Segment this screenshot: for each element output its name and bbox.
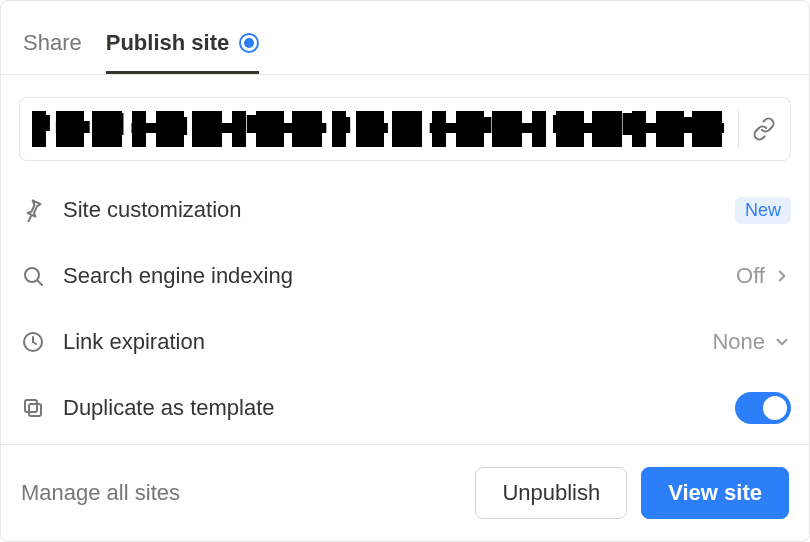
value-text: Off xyxy=(736,263,765,289)
option-site-customization-label: Site customization xyxy=(63,197,719,223)
tab-bar: Share Publish site xyxy=(1,1,809,75)
svg-rect-23 xyxy=(29,404,41,416)
svg-rect-10 xyxy=(396,113,422,135)
option-duplicate-as-template[interactable]: Duplicate as template xyxy=(19,375,791,441)
svg-rect-7 xyxy=(277,123,327,133)
svg-rect-15 xyxy=(583,123,615,133)
svg-rect-1 xyxy=(56,121,90,133)
publish-panel: Share Publish site xyxy=(0,0,810,542)
svg-rect-19 xyxy=(700,123,724,133)
duplicate-template-toggle[interactable] xyxy=(735,392,791,424)
tab-share-label: Share xyxy=(23,30,82,56)
pin-icon xyxy=(19,196,47,224)
svg-rect-9 xyxy=(358,123,388,133)
option-link-expiration[interactable]: Link expiration None xyxy=(19,309,791,375)
link-icon xyxy=(752,117,776,141)
chevron-right-icon xyxy=(773,267,791,285)
svg-rect-0 xyxy=(32,115,50,131)
svg-rect-24 xyxy=(25,400,37,412)
svg-rect-3 xyxy=(131,123,167,133)
svg-rect-6 xyxy=(247,115,269,133)
option-search-engine-indexing[interactable]: Search engine indexing Off xyxy=(19,243,791,309)
svg-rect-17 xyxy=(641,123,667,133)
option-search-engine-indexing-value: Off xyxy=(736,263,791,289)
option-duplicate-as-template-label: Duplicate as template xyxy=(63,395,719,421)
unpublish-button-label: Unpublish xyxy=(502,480,600,506)
clock-icon xyxy=(19,328,47,356)
svg-point-20 xyxy=(25,268,39,282)
manage-all-sites-link[interactable]: Manage all sites xyxy=(21,480,180,506)
svg-rect-13 xyxy=(499,123,545,133)
svg-line-21 xyxy=(38,281,42,285)
svg-rect-18 xyxy=(674,117,692,133)
svg-rect-12 xyxy=(477,117,491,133)
svg-rect-8 xyxy=(334,117,350,133)
option-search-engine-indexing-label: Search engine indexing xyxy=(63,263,720,289)
new-badge: New xyxy=(735,197,791,224)
view-site-button[interactable]: View site xyxy=(641,467,789,519)
value-text: None xyxy=(712,329,765,355)
tab-publish-label: Publish site xyxy=(106,30,229,56)
site-url-field[interactable] xyxy=(19,97,791,161)
svg-rect-16 xyxy=(623,113,633,135)
svg-rect-11 xyxy=(430,123,470,133)
option-link-expiration-label: Link expiration xyxy=(63,329,696,355)
svg-rect-4 xyxy=(175,117,187,135)
publish-options: Site customization New Search engine ind… xyxy=(1,161,809,441)
chevron-down-icon xyxy=(773,333,791,351)
tab-publish-site[interactable]: Publish site xyxy=(106,30,259,74)
panel-footer: Manage all sites Unpublish View site xyxy=(1,444,809,541)
view-site-button-label: View site xyxy=(668,480,762,506)
svg-rect-14 xyxy=(553,115,575,133)
copy-link-button[interactable] xyxy=(738,109,778,149)
svg-rect-5 xyxy=(195,123,239,133)
option-link-expiration-value: None xyxy=(712,329,791,355)
svg-rect-2 xyxy=(96,113,124,135)
option-site-customization[interactable]: Site customization New xyxy=(19,177,791,243)
duplicate-icon xyxy=(19,394,47,422)
publish-active-indicator-icon xyxy=(239,33,259,53)
site-url-redacted xyxy=(32,111,728,147)
tab-share[interactable]: Share xyxy=(23,30,82,74)
search-icon xyxy=(19,262,47,290)
unpublish-button[interactable]: Unpublish xyxy=(475,467,627,519)
